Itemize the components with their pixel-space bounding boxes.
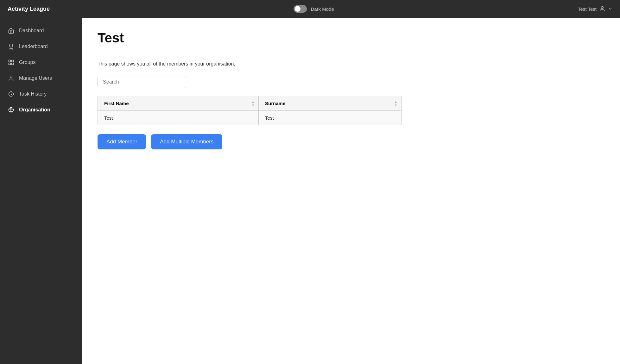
title-divider — [98, 52, 605, 52]
chevron-down-icon — [608, 7, 612, 11]
sidebar-item-organisation[interactable]: Organisation — [0, 102, 82, 118]
svg-rect-4 — [9, 63, 11, 65]
sidebar-item-task-history[interactable]: Task History — [0, 86, 82, 102]
svg-point-1 — [9, 44, 13, 47]
sort-arrows-first-name: ▲ ▼ — [251, 100, 255, 107]
svg-point-0 — [601, 7, 604, 9]
cell-surname: Test — [259, 111, 402, 125]
user-name: Test Test — [578, 6, 597, 12]
svg-rect-5 — [12, 63, 14, 65]
sidebar: Dashboard Leaderboard Groups Manage User… — [0, 18, 82, 364]
dark-mode-label: Dark Mode — [311, 6, 334, 12]
page-description: This page shows you all of the members i… — [98, 61, 605, 67]
main-layout: Dashboard Leaderboard Groups Manage User… — [0, 18, 620, 364]
svg-rect-2 — [9, 60, 11, 62]
cell-first-name: Test — [98, 111, 259, 125]
clock-icon — [8, 91, 15, 97]
sidebar-item-label: Task History — [19, 91, 47, 97]
main-content: Test This page shows you all of the memb… — [82, 18, 620, 364]
home-icon — [8, 27, 15, 34]
button-row: Add Member Add Multiple Members — [98, 134, 605, 149]
page-title: Test — [98, 30, 605, 46]
sidebar-item-label: Organisation — [19, 107, 50, 113]
column-first-name[interactable]: First Name ▲ ▼ — [98, 96, 259, 111]
add-multiple-members-button[interactable]: Add Multiple Members — [151, 134, 222, 149]
sidebar-item-label: Leaderboard — [19, 44, 48, 49]
sort-arrows-surname: ▲ ▼ — [394, 100, 397, 107]
globe-icon — [8, 106, 15, 113]
sidebar-item-dashboard[interactable]: Dashboard — [0, 23, 82, 39]
table-body: Test Test — [98, 111, 402, 125]
sidebar-item-label: Groups — [19, 60, 35, 65]
grid-icon — [8, 59, 15, 66]
top-header: Activity League Dark Mode Test Test — [0, 0, 620, 18]
user-menu[interactable]: Test Test — [578, 6, 612, 12]
search-input[interactable] — [98, 76, 186, 88]
sidebar-item-groups[interactable]: Groups — [0, 54, 82, 70]
user-icon — [599, 6, 605, 12]
sidebar-item-label: Dashboard — [19, 28, 44, 34]
svg-point-6 — [10, 76, 12, 78]
dark-mode-toggle[interactable] — [294, 5, 307, 13]
app-title: Activity League — [8, 6, 50, 12]
header-center: Dark Mode — [294, 5, 334, 13]
sidebar-item-leaderboard[interactable]: Leaderboard — [0, 39, 82, 54]
column-surname[interactable]: Surname ▲ ▼ — [259, 96, 402, 111]
user-icon — [8, 75, 15, 82]
add-member-button[interactable]: Add Member — [98, 134, 146, 149]
table-header: First Name ▲ ▼ Surname ▲ ▼ — [98, 96, 402, 111]
table-row: Test Test — [98, 111, 402, 125]
members-table: First Name ▲ ▼ Surname ▲ ▼ — [98, 96, 402, 125]
svg-rect-3 — [12, 60, 14, 62]
sidebar-item-label: Manage Users — [19, 75, 52, 81]
trophy-icon — [8, 43, 15, 50]
sidebar-item-manage-users[interactable]: Manage Users — [0, 70, 82, 86]
